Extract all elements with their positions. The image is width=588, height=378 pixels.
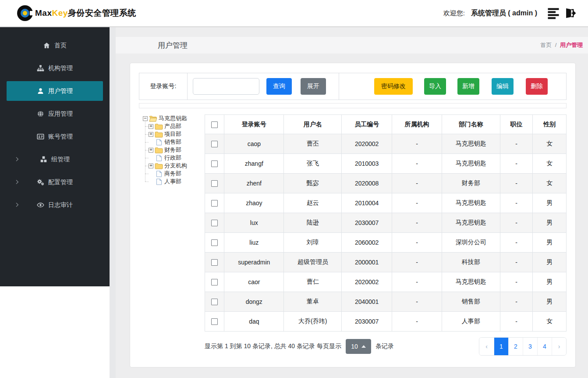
caret-up-icon [361, 345, 366, 348]
tree-node-label: 马克思钥匙 [159, 114, 187, 122]
table-row[interactable]: lux陆逊 2030007- 马克思钥匙- 男 [205, 213, 567, 233]
tree-node[interactable]: 行政部 [145, 154, 205, 162]
page-size-dropdown[interactable]: 10 [346, 339, 371, 354]
tree-node[interactable]: 销售部 [145, 138, 205, 146]
sidebar-item-config[interactable]: 配置管理 [7, 172, 103, 192]
tree-node[interactable]: + 分支机构 [145, 162, 205, 170]
expand-button[interactable]: 展开 [301, 78, 326, 95]
col-header: 员工编号 [342, 115, 392, 134]
breadcrumb-separator: / [555, 42, 557, 48]
menu-list-icon[interactable] [547, 7, 560, 20]
breadcrumb-home-link[interactable]: 首页 [540, 42, 552, 48]
tree-node[interactable]: 人事部 [145, 178, 205, 185]
sidebar-item-home[interactable]: 首页 [7, 36, 103, 55]
pagination-summary: 显示第 1 到第 10 条记录, 总共 40 条记录 每页显示 [205, 342, 341, 350]
tree-node-label: 销售部 [164, 138, 181, 146]
delete-button[interactable]: 删除 [526, 78, 548, 95]
sidebar-item-label: 应用管理 [48, 110, 73, 118]
collapse-expander-icon[interactable]: − [143, 116, 148, 121]
file-icon [156, 171, 162, 177]
expand-expander-icon[interactable]: + [149, 148, 153, 153]
sidebar-item-audit[interactable]: 日志审计 [7, 195, 103, 215]
sidebar-item-groups[interactable]: 组管理 [7, 150, 103, 169]
row-checkbox[interactable] [211, 239, 218, 246]
row-checkbox[interactable] [211, 318, 218, 325]
sidebar-item-label: 用户管理 [48, 87, 73, 95]
folder-icon [155, 123, 163, 130]
table-row[interactable]: caor曹仁 2020002- 马克思钥匙- 男 [205, 272, 567, 292]
welcome-label: 欢迎您: [443, 9, 465, 18]
sidebar-item-users[interactable]: 用户管理 [7, 81, 103, 101]
folder-open-icon [149, 115, 157, 122]
sidebar-item-org[interactable]: 机构管理 [7, 58, 103, 78]
table-toolbar-strip [139, 103, 567, 108]
sidebar-item-apps[interactable]: 应用管理 [7, 104, 103, 124]
folder-icon [155, 163, 163, 169]
row-checkbox[interactable] [211, 299, 218, 305]
col-header: 用户名 [284, 115, 342, 134]
table-row[interactable]: zhenf甄宓 2020008- 财务部- 女 [205, 174, 567, 193]
table-row[interactable]: superadmin超级管理员 2000001- 科技部- 男 [205, 253, 567, 272]
col-header: 性别 [533, 115, 567, 134]
tree-node[interactable]: + 财务部 [145, 146, 205, 154]
import-button[interactable]: 导入 [424, 78, 446, 95]
table-row[interactable]: liuz刘璋 2060002- 深圳分公司- 男 [205, 233, 567, 253]
tree-children: + 产品部 + 项目部 销售部 [145, 122, 205, 185]
eye-icon [37, 201, 44, 209]
query-button[interactable]: 查询 [266, 78, 292, 95]
col-header: 职位 [500, 115, 533, 134]
globe-icon [37, 110, 44, 118]
login-account-input[interactable] [193, 78, 259, 95]
content-card: 登录账号: 查询 展开 密码修改 导入 新增 编辑 删除 − [130, 63, 576, 367]
tree-node-label: 产品部 [164, 122, 181, 130]
row-checkbox[interactable] [211, 180, 218, 187]
tree-node[interactable]: 商务部 [145, 170, 205, 178]
logout-icon[interactable] [563, 7, 576, 20]
table-row[interactable]: zhangf张飞 2010003- 马克思钥匙- 女 [205, 154, 567, 174]
table-row[interactable]: zhaoy赵云 2010004- 马克思钥匙- 男 [205, 193, 567, 213]
tree-node-label: 行政部 [164, 154, 181, 162]
table-row[interactable]: daq大乔(乔玮) 2030007- 人事部- 女 [205, 312, 567, 332]
screen: MaxKey身份安全管理系统 欢迎您: 系统管理员 ( admin ) 首页 机… [0, 0, 588, 378]
tree-node-label: 分支机构 [164, 162, 187, 170]
main-content: 用户管理 首页 / 用户管理 登录账号: 查询 展开 密码修改 导入 新增 编辑 [116, 27, 588, 378]
row-checkbox[interactable] [211, 279, 218, 285]
row-checkbox[interactable] [211, 141, 218, 147]
tree-node[interactable]: + 项目部 [145, 130, 205, 138]
page-button-3[interactable]: 3 [523, 338, 537, 355]
sidebar-item-label: 日志审计 [48, 201, 73, 209]
tree-root-node[interactable]: − 马克思钥匙 [143, 114, 205, 122]
table-header-row: 登录账号 用户名 员工编号 所属机构 部门名称 职位 性别 [205, 115, 567, 134]
page-button-4[interactable]: 4 [537, 338, 552, 355]
edit-button[interactable]: 编辑 [492, 78, 514, 95]
prev-page-button[interactable]: ‹ [479, 338, 494, 355]
select-all-checkbox[interactable] [211, 121, 218, 128]
sidebar: 首页 机构管理 用户管理 应用管理 账号管理 组管理 配置管理 [0, 27, 110, 286]
file-icon [156, 139, 162, 146]
topbar: MaxKey身份安全管理系统 欢迎您: 系统管理员 ( admin ) [0, 0, 588, 27]
row-checkbox[interactable] [211, 160, 218, 167]
sidebar-item-accounts[interactable]: 账号管理 [7, 127, 103, 146]
sidebar-item-label: 机构管理 [48, 64, 73, 72]
page-button-1[interactable]: 1 [494, 338, 508, 355]
page-button-2[interactable]: 2 [508, 338, 523, 355]
next-page-button[interactable]: › [552, 338, 566, 355]
login-account-label: 登录账号: [139, 73, 188, 100]
gears-icon [37, 178, 44, 186]
add-button[interactable]: 新增 [457, 78, 479, 95]
change-password-button[interactable]: 密码修改 [374, 78, 413, 95]
expand-expander-icon[interactable]: + [149, 164, 153, 168]
expand-expander-icon[interactable]: + [149, 124, 153, 129]
tree-node-label: 财务部 [164, 146, 181, 154]
sidebar-item-label: 配置管理 [48, 178, 73, 186]
table-row[interactable]: caop曹丕 2020002- 马克思钥匙- 女 [205, 134, 567, 154]
row-checkbox[interactable] [211, 259, 218, 266]
user-icon [37, 87, 44, 95]
chevron-right-icon [14, 201, 20, 208]
tree-node[interactable]: + 产品部 [145, 122, 205, 130]
table-row[interactable]: dongz董卓 2040001- 销售部- 男 [205, 292, 567, 312]
expand-expander-icon[interactable]: + [149, 132, 153, 137]
row-checkbox[interactable] [211, 200, 218, 207]
toolbar-divider [339, 73, 339, 100]
row-checkbox[interactable] [211, 220, 218, 226]
